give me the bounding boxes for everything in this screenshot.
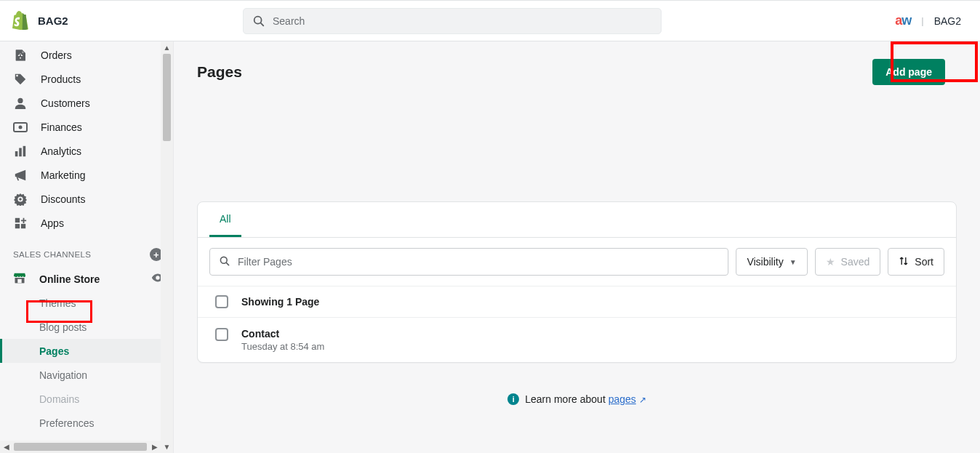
divider: | [921, 15, 923, 26]
sidebar-item-apps[interactable]: Apps [0, 211, 173, 235]
row-subtitle: Tuesday at 8:54 am [241, 341, 324, 352]
svg-rect-14 [17, 279, 21, 283]
hscroll-left-icon[interactable]: ◀ [0, 441, 12, 453]
svg-rect-7 [23, 145, 26, 156]
sidebar-scrollbar[interactable]: ▲ ▼ [161, 41, 173, 453]
scroll-thumb[interactable] [161, 54, 173, 441]
svg-point-4 [19, 125, 23, 129]
sales-channels-heading: Sales channels + [0, 235, 173, 267]
subnav-themes[interactable]: Themes [0, 291, 173, 315]
topbar: BAG2 Search aw | BAG2 [0, 0, 980, 41]
user-store-label: BAG2 [934, 15, 961, 27]
list-toolbar: Visibility ▼ ★ Saved Sort [198, 238, 956, 286]
sidebar: Orders Products Customers [0, 41, 174, 453]
list-header-row: Showing 1 Page [198, 286, 956, 317]
tab-all[interactable]: All [209, 202, 241, 237]
svg-point-0 [254, 16, 262, 23]
search-icon [219, 255, 230, 269]
finances-icon [13, 122, 28, 132]
analytics-icon [13, 145, 28, 158]
row-checkbox[interactable] [215, 328, 228, 341]
filter-pages-field [238, 256, 719, 268]
svg-rect-11 [21, 223, 25, 228]
subnav-domains[interactable]: Domains [0, 387, 173, 411]
apps-icon [13, 217, 28, 230]
sidebar-item-online-store[interactable]: Online Store [0, 267, 173, 291]
learn-more: i Learn more about pages ↗ [174, 393, 980, 405]
filter-pages-input[interactable] [209, 248, 728, 276]
svg-point-2 [17, 97, 23, 103]
svg-line-1 [261, 23, 263, 25]
scroll-up-icon[interactable]: ▲ [161, 41, 173, 54]
svg-rect-5 [15, 151, 18, 156]
shopify-logo-icon [12, 11, 31, 31]
user-menu[interactable]: aw | BAG2 [895, 1, 961, 41]
showing-count: Showing 1 Page [241, 296, 319, 308]
sidebar-item-analytics[interactable]: Analytics [0, 139, 173, 163]
svg-point-9 [19, 198, 22, 201]
select-all-checkbox[interactable] [215, 295, 228, 308]
sort-button[interactable]: Sort [888, 248, 944, 276]
sort-icon [899, 256, 909, 268]
page-title: Pages [197, 63, 242, 81]
discounts-icon [13, 193, 28, 206]
store-brand[interactable]: BAG2 [12, 11, 68, 31]
subnav-preferences[interactable]: Preferences [0, 411, 173, 435]
store-icon [13, 271, 26, 286]
external-link-icon: ↗ [639, 395, 646, 405]
subnav-navigation[interactable]: Navigation [0, 363, 173, 387]
subnav-pages[interactable]: Pages [0, 339, 173, 363]
svg-rect-6 [19, 148, 22, 156]
scroll-down-icon[interactable]: ▼ [161, 441, 173, 453]
sidebar-item-marketing[interactable]: Marketing [0, 163, 173, 187]
add-page-button[interactable]: Add page [872, 59, 945, 85]
search-icon [252, 15, 265, 28]
orders-icon [13, 49, 28, 62]
sidebar-item-orders[interactable]: Orders [0, 43, 173, 67]
store-name: BAG2 [38, 15, 68, 27]
main-content: Pages Add page All Visibility ▼ [174, 41, 980, 453]
pages-card: All Visibility ▼ ★ Saved [197, 201, 957, 363]
visibility-filter-button[interactable]: Visibility ▼ [736, 248, 807, 276]
sidebar-item-discounts[interactable]: Discounts [0, 187, 173, 211]
saved-filter-button[interactable]: ★ Saved [815, 248, 881, 276]
tabs: All [198, 202, 956, 238]
table-row[interactable]: Contact Tuesday at 8:54 am [198, 317, 956, 362]
subnav-blog-posts[interactable]: Blog posts [0, 315, 173, 339]
learn-more-link[interactable]: pages [609, 393, 636, 405]
products-icon [13, 73, 28, 86]
info-icon: i [507, 393, 519, 405]
sidebar-hscrollbar[interactable]: ◀ ▶ [0, 441, 161, 453]
search-placeholder: Search [273, 15, 305, 27]
star-icon: ★ [826, 256, 835, 268]
search-input[interactable]: Search [243, 8, 662, 34]
svg-rect-10 [15, 217, 20, 222]
hscroll-thumb[interactable] [14, 443, 147, 451]
sidebar-item-customers[interactable]: Customers [0, 91, 173, 115]
svg-line-16 [227, 262, 229, 265]
chevron-down-icon: ▼ [790, 258, 797, 266]
marketing-icon [13, 169, 28, 182]
svg-point-15 [220, 257, 227, 263]
hscroll-right-icon[interactable]: ▶ [148, 441, 161, 453]
svg-rect-12 [15, 223, 20, 228]
partner-logo-icon: aw [895, 13, 911, 28]
sidebar-item-products[interactable]: Products [0, 67, 173, 91]
customers-icon [13, 97, 28, 110]
primary-nav: Orders Products Customers [0, 41, 173, 235]
sidebar-item-finances[interactable]: Finances [0, 115, 173, 139]
row-title: Contact [241, 328, 324, 340]
